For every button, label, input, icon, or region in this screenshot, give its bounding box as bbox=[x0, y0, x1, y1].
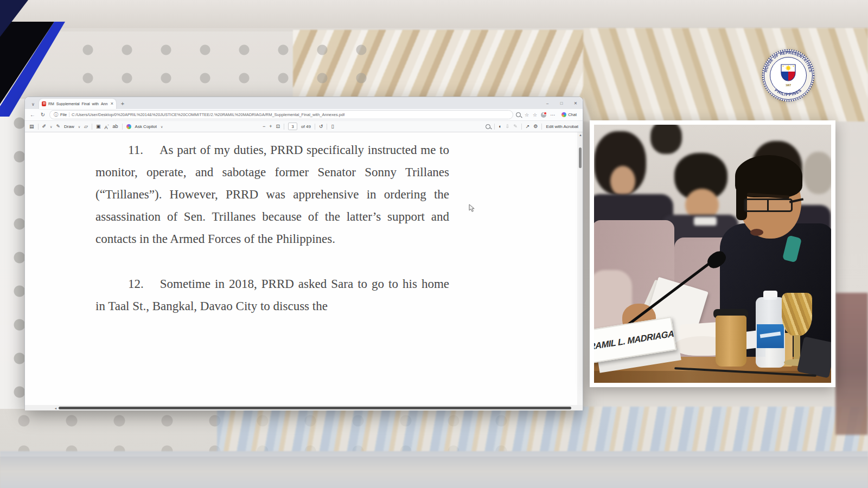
draw-pen-icon[interactable]: ✎ bbox=[56, 124, 60, 129]
seal-sun bbox=[787, 66, 790, 70]
edit-with-acrobat-button[interactable]: Edit with Acrobat bbox=[546, 124, 578, 129]
fit-width-icon[interactable]: ⊡ bbox=[276, 124, 280, 129]
house-of-representatives-seal: HOUSE OF REPRESENTATIVES PHILIPPINES 190… bbox=[761, 48, 815, 102]
read-aloud-icon[interactable]: ◐ bbox=[499, 124, 501, 129]
toolbar-divider bbox=[284, 124, 284, 130]
table-of-contents-icon[interactable]: ▤ bbox=[29, 124, 34, 129]
select-tool-icon[interactable]: ✐ bbox=[42, 124, 47, 129]
pdf-toolbar: ▤ ✐ ∨ ✎ Draw ∨ ▱ ▣ Aˆ ab Ask Copilot ∨ −… bbox=[25, 121, 583, 132]
tab-close-icon[interactable]: × bbox=[111, 101, 113, 106]
window-minimize-button[interactable]: – bbox=[540, 97, 554, 109]
background-person bbox=[610, 166, 635, 196]
horizontal-scrollbar[interactable]: ◂ bbox=[25, 405, 583, 410]
profile-icon[interactable] bbox=[541, 112, 546, 118]
hearing-video-scene: RAMIL L. MADRIAGA bbox=[594, 125, 831, 383]
toolbar-divider bbox=[521, 124, 522, 130]
settings-gear-icon[interactable]: ⚙ bbox=[533, 124, 538, 129]
browser-address-row: ← ↻ ⓘ File C:/Users/User/Desktop/0%20APR… bbox=[25, 109, 583, 121]
vertical-scrollbar[interactable]: ▲ bbox=[577, 132, 583, 405]
page-info-icon[interactable]: ⓘ bbox=[54, 112, 58, 118]
copilot-chat-button[interactable]: Chat bbox=[559, 111, 579, 118]
favorites-icon[interactable]: ☆ bbox=[525, 112, 529, 118]
background-person bbox=[803, 152, 831, 194]
seal-year: 1907 bbox=[786, 84, 792, 87]
tab-title: RM_Supplemental_Final_with_Ann bbox=[48, 102, 108, 106]
refresh-icon[interactable]: ↻ bbox=[39, 112, 47, 118]
browser-tab[interactable]: RM_Supplemental_Final_with_Ann × bbox=[39, 99, 116, 109]
pdf-toolbar-left: ▤ ✐ ∨ ✎ Draw ∨ ▱ ▣ Aˆ ab Ask Copilot ∨ bbox=[29, 123, 163, 130]
paragraph-text: Sometime in 2018, PRRD asked Sara to go … bbox=[95, 277, 449, 313]
witness-mouth bbox=[750, 229, 763, 236]
toolbar-divider bbox=[92, 124, 92, 130]
url-scheme-label: File bbox=[60, 112, 67, 117]
zoom-in-icon[interactable]: + bbox=[269, 124, 272, 129]
address-bar[interactable]: ⓘ File C:/Users/User/Desktop/0%20APRIL%2… bbox=[49, 110, 513, 119]
toolbar-divider bbox=[38, 124, 39, 130]
horizontal-scrollbar-thumb[interactable] bbox=[59, 407, 571, 409]
read-text-icon[interactable]: ab bbox=[113, 124, 118, 129]
pdf-toolbar-right: ◐ ⇩ ✎ ↗ ⚙ Edit with Acrobat bbox=[486, 121, 578, 132]
address-bar-actions: ☆ ☆ ⋯ Chat bbox=[516, 111, 579, 118]
page-view-icon[interactable]: ▯ bbox=[331, 124, 334, 129]
zoom-search-icon[interactable] bbox=[516, 112, 521, 117]
browser-window: ∨ RM_Supplemental_Final_with_Ann × + – □… bbox=[24, 97, 583, 409]
back-icon[interactable]: ← bbox=[29, 112, 36, 118]
ask-copilot-label[interactable]: Ask Copilot bbox=[135, 124, 157, 129]
ask-copilot-chevron-icon[interactable]: ∨ bbox=[161, 125, 163, 129]
collections-icon[interactable]: ☆ bbox=[533, 112, 537, 118]
scroll-up-icon[interactable]: ▲ bbox=[579, 133, 582, 137]
font-size-icon[interactable]: Aˆ bbox=[105, 123, 109, 130]
bottom-blur-strip bbox=[0, 451, 868, 488]
paragraph-number: 11. bbox=[128, 143, 143, 157]
broadcast-frame: HOUSE OF REPRESENTATIVES PHILIPPINES 190… bbox=[0, 0, 868, 488]
scroll-left-icon[interactable]: ◂ bbox=[55, 406, 56, 410]
toolbar-divider bbox=[122, 124, 123, 130]
paragraph-text: As part of my duties, PRRD specifically … bbox=[95, 143, 449, 246]
save-icon[interactable]: ⇩ bbox=[506, 124, 510, 129]
chat-label: Chat bbox=[568, 112, 577, 117]
zoom-out-icon[interactable]: − bbox=[263, 124, 265, 129]
search-document-icon[interactable] bbox=[486, 124, 490, 129]
draw-on-page-icon[interactable]: ✎ bbox=[513, 124, 518, 129]
eraser-icon[interactable]: ▱ bbox=[84, 124, 88, 129]
toolbar-divider bbox=[494, 124, 495, 130]
video-inset: RAMIL L. MADRIAGA bbox=[590, 120, 835, 387]
mouse-cursor bbox=[469, 204, 476, 213]
new-tab-button[interactable]: + bbox=[118, 99, 127, 108]
hall-ceiling-band bbox=[0, 0, 868, 31]
pdf-document-view: 11.As part of my duties, PRRD specifical… bbox=[25, 132, 583, 405]
toolbar-divider bbox=[541, 124, 542, 130]
toolbar-divider bbox=[327, 124, 327, 130]
rotate-icon[interactable]: ↺ bbox=[319, 124, 323, 129]
background-person-collar bbox=[694, 217, 717, 226]
url-divider bbox=[69, 112, 69, 117]
witness-glasses bbox=[744, 198, 793, 212]
affidavit-paragraph-11: 11.As part of my duties, PRRD specifical… bbox=[95, 139, 449, 250]
vertical-scrollbar-thumb[interactable] bbox=[579, 147, 582, 168]
coffee-cup bbox=[716, 316, 746, 367]
page-number-input[interactable]: 3 bbox=[288, 123, 297, 130]
toolbar-divider bbox=[315, 124, 315, 130]
copilot-icon bbox=[126, 124, 131, 129]
affidavit-paragraph-12: 12.Sometime in 2018, PRRD asked Sara to … bbox=[95, 273, 449, 317]
text-box-icon[interactable]: ▣ bbox=[96, 124, 101, 129]
copilot-icon bbox=[561, 112, 566, 117]
window-controls: – □ ✕ bbox=[540, 97, 583, 109]
expand-icon[interactable]: ↗ bbox=[526, 124, 530, 129]
window-maximize-button[interactable]: □ bbox=[554, 97, 569, 109]
draw-label[interactable]: Draw bbox=[64, 124, 74, 129]
more-menu-icon[interactable]: ⋯ bbox=[550, 112, 556, 118]
pdf-file-icon bbox=[42, 101, 46, 106]
browser-tab-strip: ∨ RM_Supplemental_Final_with_Ann × + – □… bbox=[25, 97, 583, 109]
page-count-label: of 49 bbox=[301, 124, 311, 129]
paragraph-number: 12. bbox=[128, 277, 144, 291]
water-bottle-label bbox=[757, 324, 784, 348]
pdf-toolbar-center: − + ⊡ 3 of 49 ↺ ▯ bbox=[263, 121, 334, 132]
pdf-page: 11.As part of my duties, PRRD specifical… bbox=[95, 139, 449, 340]
url-path: C:/Users/User/Desktop/0%20APRIL%2014&%20… bbox=[72, 112, 344, 117]
tab-search-chevron-icon[interactable]: ∨ bbox=[28, 100, 38, 108]
background-person bbox=[650, 125, 682, 154]
window-close-button[interactable]: ✕ bbox=[569, 97, 583, 109]
draw-chevron-icon[interactable]: ∨ bbox=[78, 125, 80, 129]
select-tool-chevron-icon[interactable]: ∨ bbox=[50, 125, 52, 129]
